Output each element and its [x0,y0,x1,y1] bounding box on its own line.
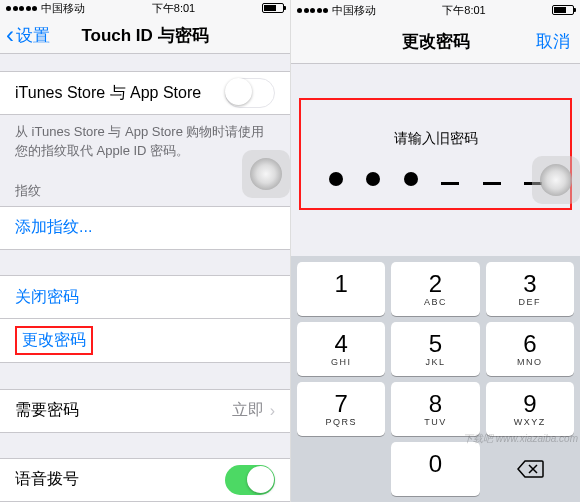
key-number: 1 [334,272,347,296]
assistive-touch-icon[interactable] [242,150,290,198]
row-label: 需要密码 [15,400,79,421]
passcode-filled-dot [366,172,380,186]
toggle-voice-dial[interactable] [225,465,275,495]
keypad-key-0[interactable]: 0 [391,442,479,496]
passcode-empty-dash [441,182,459,185]
cancel-button[interactable]: 取消 [536,30,570,53]
row-label: iTunes Store 与 App Store [15,83,201,104]
status-time: 下午8:01 [152,1,195,16]
key-letters: DEF [519,297,542,307]
page-title: Touch ID 与密码 [81,24,208,47]
key-number: 7 [334,392,347,416]
passcode-dots [311,172,560,186]
settings-screen: 中国移动 下午8:01 ‹ 设置 Touch ID 与密码 iTunes Sto… [0,0,290,502]
back-label: 设置 [16,24,50,47]
key-number: 2 [429,272,442,296]
page-title: 更改密码 [402,30,470,53]
keypad-key-4[interactable]: 4GHI [297,322,385,376]
key-number: 5 [429,332,442,356]
nav-bar: 更改密码 取消 [291,20,580,64]
back-button[interactable]: ‹ 设置 [6,23,50,47]
status-time: 下午8:01 [442,3,485,18]
key-letters: JKL [425,357,445,367]
key-letters: MNO [517,357,543,367]
row-itunes-store[interactable]: iTunes Store 与 App Store [0,71,290,115]
passcode-filled-dot [329,172,343,186]
voice-dial-row[interactable]: 语音拨号 [0,458,290,502]
row-value: 立即 [232,400,264,421]
key-number: 8 [429,392,442,416]
backspace-icon [516,459,544,479]
passcode-prompt: 请输入旧密码 [311,130,560,148]
keypad-key-5[interactable]: 5JKL [391,322,479,376]
key-letters: GHI [331,357,352,367]
chevron-right-icon: › [270,402,275,420]
row-label: 语音拨号 [15,469,79,490]
keypad-key-9[interactable]: 9WXYZ [486,382,574,436]
battery-icon [552,5,574,15]
numeric-keypad: 1 2ABC3DEF4GHI5JKL6MNO7PQRS8TUV9WXYZ0 [291,256,580,502]
change-passcode-button[interactable]: 更改密码 [0,319,290,363]
status-bar: 中国移动 下午8:01 [0,0,290,17]
passcode-filled-dot [404,172,418,186]
keypad-key-3[interactable]: 3DEF [486,262,574,316]
toggle-itunes[interactable] [225,78,275,108]
row-label: 关闭密码 [15,287,79,308]
keypad-key-6[interactable]: 6MNO [486,322,574,376]
keypad-key-2[interactable]: 2ABC [391,262,479,316]
keypad-key-7[interactable]: 7PQRS [297,382,385,436]
keypad-key-1[interactable]: 1 [297,262,385,316]
keypad-empty [297,442,385,496]
key-letters: TUV [424,417,447,427]
change-passcode-screen: 中国移动 下午8:01 更改密码 取消 请输入旧密码 1 2ABC3DEF4GH… [290,0,580,502]
nav-bar: ‹ 设置 Touch ID 与密码 [0,17,290,54]
turn-off-passcode-button[interactable]: 关闭密码 [0,275,290,319]
key-number: 9 [523,392,536,416]
status-bar: 中国移动 下午8:01 [291,0,580,20]
keypad-backspace[interactable] [486,442,574,496]
row-label: 更改密码 [15,326,93,355]
battery-icon [262,3,284,13]
signal-dots-icon [297,8,328,13]
carrier-label: 中国移动 [41,1,85,16]
key-letters: PQRS [325,417,357,427]
key-letters: WXYZ [514,417,546,427]
key-number: 6 [523,332,536,356]
row-label: 添加指纹... [15,217,92,238]
key-number: 4 [334,332,347,356]
chevron-left-icon: ‹ [6,23,14,47]
add-fingerprint-button[interactable]: 添加指纹... [0,206,290,250]
key-number: 0 [429,452,442,476]
key-letters: ABC [424,297,447,307]
assistive-touch-icon[interactable] [532,156,580,204]
passcode-empty-dash [483,182,501,185]
key-number: 3 [523,272,536,296]
keypad-key-8[interactable]: 8TUV [391,382,479,436]
require-passcode-row[interactable]: 需要密码 立即 › [0,389,290,433]
carrier-label: 中国移动 [332,3,376,18]
signal-dots-icon [6,6,37,11]
